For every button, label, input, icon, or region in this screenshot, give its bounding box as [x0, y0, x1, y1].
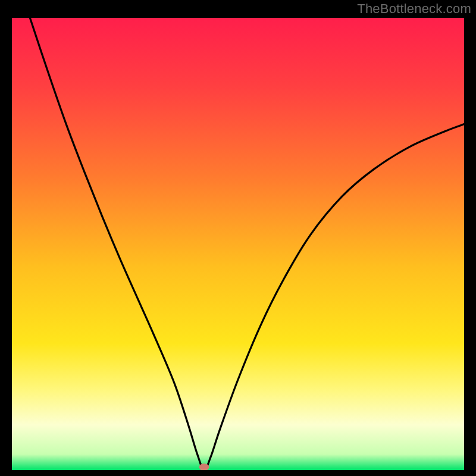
bottleneck-chart [12, 18, 464, 470]
plot-background [12, 18, 464, 470]
watermark-text: TheBottleneck.com [357, 1, 471, 17]
chart-frame: { "watermark": "TheBottleneck.com", "cha… [0, 0, 476, 476]
